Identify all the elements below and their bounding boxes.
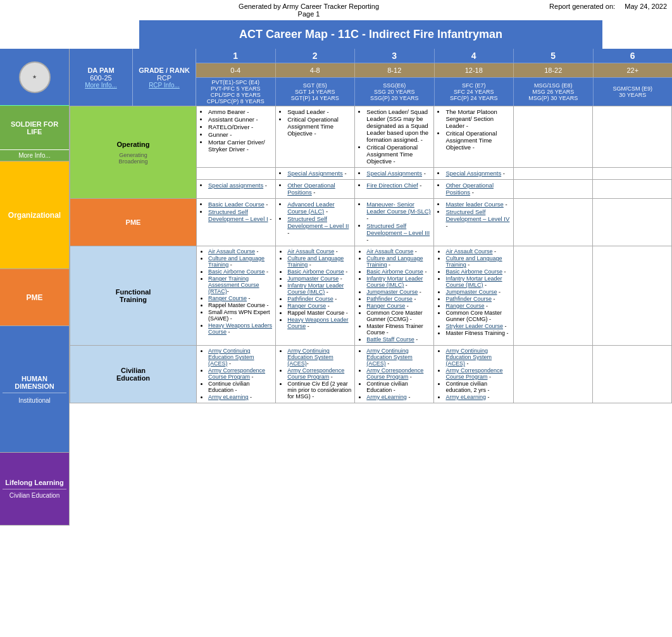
soldier-more-info[interactable]: More Info...: [0, 150, 69, 161]
functional-col5: [513, 246, 592, 346]
functional-col3: Air Assault Course - Culture and Languag…: [355, 246, 434, 346]
functional-col1: Air Assault Course - Culture and Languag…: [197, 246, 276, 346]
skill-col-5-tis: 18-22: [514, 63, 594, 77]
report-date: May 24, 2022: [625, 3, 667, 10]
pme-col6: [592, 199, 671, 246]
generating-col3: Special Assignments -: [355, 168, 434, 180]
broadening-col4: Other Operational Positions -: [434, 180, 513, 199]
da-pam-more-info[interactable]: More Info...: [85, 82, 117, 89]
pme-col1: Basic Leader Course - Structured Self De…: [197, 199, 276, 246]
skill-col-1-rank: PVT(E1)-SPC (E4)PVT-PFC 5 YEARSCPL/SPC 8…: [196, 78, 276, 106]
generating-col4: Special Assignments -: [434, 168, 513, 180]
skill-col-1-num: 1: [196, 49, 276, 63]
generating-col5: [513, 168, 592, 180]
operating-col5: [513, 106, 592, 168]
skill-col-3-num: 3: [355, 49, 435, 63]
civilian-education-label: Civilian Education: [9, 492, 60, 499]
skill-col-4-num: 4: [435, 49, 514, 63]
skill-col-4-rank: SFC (E7)SFC 24 YEARSSFC(P) 24 YEARS: [435, 78, 514, 106]
pme-col4: Master leader Course - Structured Self D…: [434, 199, 513, 246]
human-dimension-label: HUMAN DIMENSION: [3, 375, 66, 393]
operating-col3: Section Leader/ Squad Leader (SSG may be…: [355, 106, 434, 168]
operating-col2: Squad Leader - Critical Operational Assi…: [276, 106, 355, 168]
rcp-label: RCP: [157, 74, 171, 82]
pme-col2: Advanced Leader Course (ALC) - Structure…: [276, 199, 355, 246]
skill-col-2-num: 2: [276, 49, 356, 63]
operating-section-label: Operating Generating Broadening: [70, 106, 197, 199]
civilian-edu-row: CivilianEducation Army Continuing Educat…: [70, 346, 672, 403]
operating-col6: [592, 106, 671, 168]
skill-col-3-tis: 8-12: [355, 63, 435, 77]
page-line: Page 1: [239, 10, 379, 18]
operating-row: Operating Generating Broadening Ammo Bea…: [70, 106, 672, 168]
skill-col-6-tis: 22+: [594, 63, 673, 77]
pme-col3: Maneuver- Senior Leader Course (M-SLC) -…: [355, 199, 434, 246]
functional-section-label: FunctionalTraining: [70, 246, 197, 346]
civilian-edu-col3: Army Continuing Education System (ACES) …: [355, 346, 434, 403]
skill-col-4-tis: 12-18: [435, 63, 514, 77]
generating-col1: [197, 168, 276, 180]
broadening-col5: [513, 180, 592, 199]
civilian-edu-col4: Army Continuing Education System (ACES) …: [434, 346, 513, 403]
institutional-label: Institutional: [18, 397, 51, 404]
generated-line: Generated by Army Career Tracker Reporti…: [239, 3, 379, 10]
broadening-col6: [592, 180, 671, 199]
pme-label: PME: [26, 293, 42, 302]
civilian-edu-col1: Army Continuing Education System (ACES) …: [197, 346, 276, 403]
civilian-edu-section-label: CivilianEducation: [70, 346, 197, 403]
skill-col-2-rank: SGT (E5)SGT 14 YEARSSGT(P) 14 YEARS: [276, 78, 356, 106]
civilian-edu-col6: [592, 346, 671, 403]
civilian-edu-col2: Army Continuing Education System (ACES)-…: [276, 346, 355, 403]
rcp-more-info[interactable]: RCP Info...: [149, 82, 180, 89]
functional-col2: Air Assault Course - Culture and Languag…: [276, 246, 355, 346]
skill-col-6-rank: SGM/CSM (E9)30 YEARS: [594, 78, 673, 106]
generating-col2: Special Assignments -: [276, 168, 355, 180]
broadening-col2: Other Operational Positions -: [276, 180, 355, 199]
functional-col6: [592, 246, 671, 346]
grade-rank-label: GRADE / RANK: [139, 66, 190, 74]
pme-col5: [513, 199, 592, 246]
broadening-col3: Fire Direction Chief -: [355, 180, 434, 199]
operating-col4: The Mortar Platoon Sergeant/ Section Lea…: [434, 106, 513, 168]
soldier-for-life-label: SOLDIER FOR LIFE: [3, 120, 66, 136]
skill-col-3-rank: SSG(E6)SSG 20 YEARSSSG(P) 20 YEARS: [355, 78, 435, 106]
da-pam-num: 600-25: [90, 74, 111, 82]
lifelong-learning-label: Lifelong Learning: [3, 479, 66, 489]
civilian-edu-col5: [513, 346, 592, 403]
da-pam-label: DA PAM: [87, 66, 114, 74]
pme-row: PME Basic Leader Course - Structured Sel…: [70, 199, 672, 246]
operating-col1: Ammo Bearer - Assistant Gunner - RATELO/…: [197, 106, 276, 168]
page-title: ACT Career Map - 11C - Indirect Fire Inf…: [139, 20, 602, 49]
functional-row: FunctionalTraining Air Assault Course - …: [70, 246, 672, 346]
skill-col-2-tis: 4-8: [276, 63, 356, 77]
broadening-col1: Special assignments -: [197, 180, 276, 199]
pme-section-label: PME: [70, 199, 197, 246]
organizational-label: Organizational: [8, 211, 61, 220]
skill-col-1-tis: 0-4: [196, 63, 276, 77]
functional-col4: Air Assault Course - Culture and Languag…: [434, 246, 513, 346]
skill-col-6-num: 6: [594, 49, 673, 63]
generating-col6: [592, 168, 671, 180]
report-date-label: Report generated on:: [549, 3, 615, 10]
skill-col-5-rank: MSG/1SG (E8)MSG 26 YEARSMSG(P) 30 YEARS: [514, 78, 594, 106]
skill-col-5-num: 5: [514, 49, 594, 63]
